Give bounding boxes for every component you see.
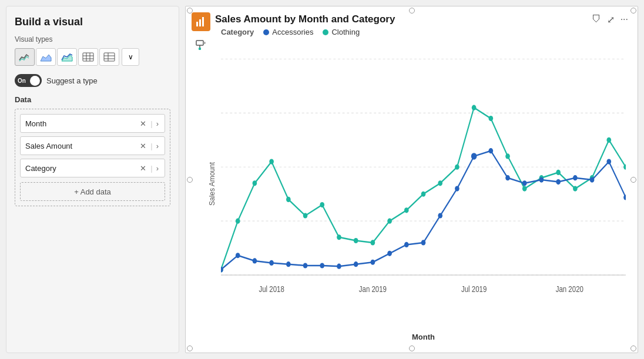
svg-point-73 bbox=[590, 177, 595, 183]
svg-point-35 bbox=[371, 240, 375, 245]
svg-point-56 bbox=[303, 263, 308, 268]
focus-mode-icon[interactable]: ⤢ bbox=[607, 14, 615, 25]
svg-point-39 bbox=[438, 180, 442, 186]
chart-panel: Sales Amount by Month and Category ⛉ ⤢ ·… bbox=[185, 6, 638, 353]
table-btn[interactable] bbox=[78, 48, 98, 66]
more-options-icon[interactable]: ··· bbox=[620, 14, 628, 25]
svg-point-74 bbox=[606, 159, 611, 164]
svg-point-69 bbox=[522, 180, 527, 186]
svg-point-53 bbox=[253, 258, 257, 263]
svg-text:Jan 2019: Jan 2019 bbox=[359, 285, 387, 294]
svg-point-59 bbox=[354, 261, 358, 267]
svg-point-60 bbox=[371, 260, 375, 265]
svg-point-64 bbox=[438, 213, 442, 218]
category-field-name: Category bbox=[25, 164, 138, 173]
month-expand-btn[interactable]: › bbox=[155, 119, 160, 128]
svg-point-37 bbox=[404, 207, 409, 213]
resize-handle-tm[interactable] bbox=[409, 8, 415, 14]
format-visual-icon[interactable] bbox=[192, 36, 210, 55]
svg-point-40 bbox=[455, 165, 459, 170]
svg-point-42 bbox=[489, 116, 494, 121]
svg-rect-78 bbox=[202, 17, 204, 26]
add-data-button[interactable]: + Add data bbox=[20, 182, 165, 201]
chart-area: Sales Amount 200K 150K 100K 50K 0K Jul 2… bbox=[221, 39, 626, 329]
panel-title: Build a visual bbox=[15, 16, 170, 28]
svg-marker-0 bbox=[41, 55, 51, 61]
svg-rect-7 bbox=[104, 53, 115, 61]
area-chart-btn[interactable] bbox=[36, 48, 56, 66]
month-field-actions: ✕ | › bbox=[138, 119, 160, 128]
sales-field-name: Sales Amount bbox=[25, 142, 138, 150]
svg-point-54 bbox=[269, 260, 274, 266]
svg-point-31 bbox=[303, 213, 308, 218]
svg-point-58 bbox=[337, 264, 341, 269]
svg-point-44 bbox=[522, 186, 527, 191]
resize-handle-ml[interactable] bbox=[187, 177, 193, 183]
svg-point-65 bbox=[455, 186, 459, 191]
svg-rect-79 bbox=[196, 41, 203, 45]
accessories-dot bbox=[263, 29, 269, 35]
matrix-btn[interactable] bbox=[99, 48, 119, 66]
svg-point-71 bbox=[556, 179, 561, 184]
more-visual-types-btn[interactable]: ∨ bbox=[122, 48, 139, 66]
suggest-row: On Suggest a type bbox=[15, 74, 170, 87]
svg-point-57 bbox=[320, 263, 324, 268]
svg-point-52 bbox=[236, 253, 240, 258]
toggle-circle bbox=[30, 76, 40, 86]
svg-point-70 bbox=[539, 177, 544, 183]
resize-handle-mr[interactable] bbox=[630, 177, 636, 183]
svg-point-29 bbox=[269, 159, 274, 164]
category-remove-btn[interactable]: ✕ bbox=[138, 164, 148, 173]
suggest-label: Suggest a type bbox=[46, 76, 98, 85]
svg-point-28 bbox=[253, 180, 257, 186]
resize-handle-bl[interactable] bbox=[187, 345, 193, 351]
svg-point-62 bbox=[404, 242, 409, 247]
svg-point-32 bbox=[320, 202, 324, 207]
svg-point-67 bbox=[489, 148, 494, 153]
svg-text:Jan 2020: Jan 2020 bbox=[556, 285, 583, 294]
legend-row: Category Accessories Clothing bbox=[186, 25, 638, 36]
build-visual-panel: Build a visual Visual types bbox=[6, 6, 179, 353]
svg-rect-76 bbox=[196, 22, 198, 26]
accessories-label: Accessories bbox=[272, 28, 313, 36]
suggest-toggle[interactable]: On bbox=[15, 74, 42, 87]
line-chart-btn[interactable] bbox=[15, 48, 35, 66]
legend-clothing: Clothing bbox=[323, 28, 360, 36]
sales-remove-btn[interactable]: ✕ bbox=[138, 142, 148, 150]
svg-point-75 bbox=[623, 194, 626, 200]
svg-point-49 bbox=[606, 137, 611, 143]
svg-point-72 bbox=[573, 175, 578, 180]
line-area-chart-btn[interactable] bbox=[57, 48, 77, 66]
category-expand-btn[interactable]: › bbox=[155, 164, 160, 173]
svg-marker-1 bbox=[62, 55, 72, 61]
resize-handle-br[interactable] bbox=[630, 345, 636, 351]
svg-point-38 bbox=[421, 192, 426, 197]
svg-point-34 bbox=[354, 238, 358, 243]
visual-types-row: ∨ bbox=[15, 48, 170, 66]
chart-title: Sales Amount by Month and Category bbox=[215, 14, 395, 25]
svg-point-36 bbox=[387, 219, 392, 224]
legend-category-label: Category bbox=[221, 28, 254, 36]
category-field-row[interactable]: Category ✕ | › bbox=[20, 159, 165, 177]
resize-handle-bm[interactable] bbox=[409, 345, 415, 351]
chevron-down-icon: ∨ bbox=[128, 53, 133, 61]
legend-accessories: Accessories bbox=[263, 28, 313, 36]
toggle-on-label: On bbox=[18, 78, 26, 84]
svg-text:Jul 2019: Jul 2019 bbox=[461, 285, 487, 294]
month-field-row[interactable]: Month ✕ | › bbox=[20, 114, 165, 133]
visual-type-indicator bbox=[192, 12, 210, 31]
filter-icon[interactable]: ⛉ bbox=[592, 14, 601, 25]
sales-field-row[interactable]: Sales Amount ✕ | › bbox=[20, 136, 165, 155]
svg-text:Jul 2018: Jul 2018 bbox=[259, 285, 284, 294]
clothing-label: Clothing bbox=[331, 28, 360, 36]
svg-point-30 bbox=[286, 197, 291, 202]
resize-handle-tr[interactable] bbox=[630, 8, 636, 14]
chart-toolbar: ⛉ ⤢ ··· bbox=[592, 14, 628, 25]
sales-expand-btn[interactable]: › bbox=[155, 142, 160, 150]
month-remove-btn[interactable]: ✕ bbox=[138, 119, 148, 128]
y-axis-label: Sales Amount bbox=[208, 162, 216, 206]
data-section-label: Data bbox=[15, 95, 170, 104]
svg-point-46 bbox=[556, 170, 561, 175]
svg-point-61 bbox=[387, 251, 392, 256]
category-field-actions: ✕ | › bbox=[138, 164, 160, 173]
